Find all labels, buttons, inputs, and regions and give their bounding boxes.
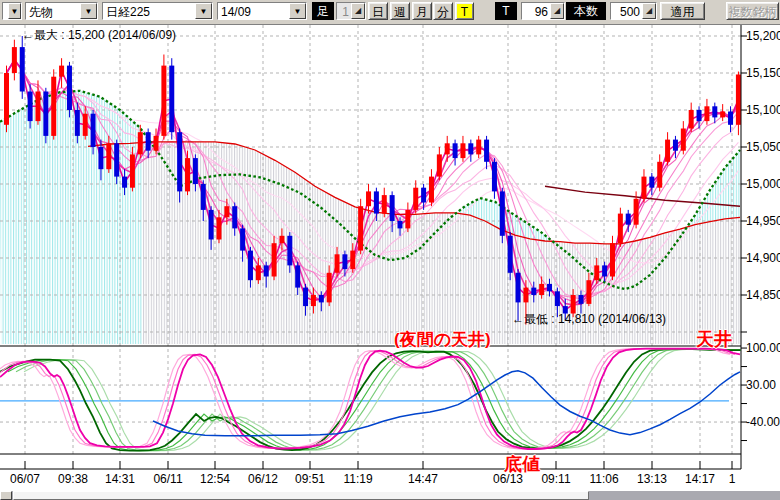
price-axis-label: 15,050 xyxy=(746,140,780,154)
price-axis-label: 14,950 xyxy=(746,214,780,228)
spinner-icon[interactable]: ◢ xyxy=(642,3,656,19)
chart-style-combo[interactable]: ▼ xyxy=(2,2,22,20)
osc-axis-label: -40.00 xyxy=(746,415,780,429)
price-axis-label: 15,000 xyxy=(746,177,780,191)
symbol-combo[interactable]: 日経225 ▼ xyxy=(102,2,213,20)
time-axis-label: 12:54 xyxy=(193,472,237,486)
spinner-icon[interactable]: ◢ xyxy=(550,3,564,19)
chevron-down-icon[interactable]: ▼ xyxy=(80,3,97,19)
chart-canvas xyxy=(0,0,780,500)
osc-axis-label: 30.00 xyxy=(746,378,776,392)
contract-month-value: 14/09 xyxy=(218,3,289,19)
tick-count-spinner[interactable]: 96 ◢ xyxy=(521,2,565,20)
osc-green-line xyxy=(16,349,756,451)
price-axis-label: 14,850 xyxy=(746,288,780,302)
tick-count-value: 96 xyxy=(522,3,550,19)
tick-label: T xyxy=(495,2,517,20)
price-axis-label: 15,150 xyxy=(746,66,780,80)
bar-count-label: 本数 xyxy=(566,2,606,20)
time-axis-label: 09:11 xyxy=(534,472,578,486)
period-month-button[interactable]: 月 xyxy=(412,2,432,20)
night-ceiling-annotation: (夜間の天井) xyxy=(394,328,491,351)
bar-label: 足 xyxy=(312,2,334,20)
bar-count-value: 500 xyxy=(611,3,642,19)
osc-green-line xyxy=(24,349,764,451)
horizontal-scrollbar[interactable] xyxy=(0,491,780,500)
max-price-annotation: ←最大 : 15,200 (2014/06/09) xyxy=(22,27,176,44)
bar-interval-value: 1 xyxy=(337,3,351,19)
instrument-value: 先物 xyxy=(26,3,80,19)
ceiling-annotation: 天井 xyxy=(696,327,732,351)
time-axis-label: 11:19 xyxy=(336,472,380,486)
bar-count-spinner[interactable]: 500 ◢ xyxy=(610,2,657,20)
period-day-button[interactable]: 日 xyxy=(368,2,388,20)
spinner-icon[interactable]: ◢ xyxy=(351,3,365,19)
apply-button[interactable]: 適用 xyxy=(660,2,705,20)
price-axis-label: 15,200 xyxy=(746,29,780,43)
chevron-down-icon[interactable]: ▼ xyxy=(8,3,21,19)
time-axis-label: 1 xyxy=(710,472,754,486)
price-axis-label: 14,900 xyxy=(746,251,780,265)
chart-plot-area[interactable] xyxy=(0,0,780,500)
time-axis-label: 11:06 xyxy=(582,472,626,486)
time-axis-label: 06/07 xyxy=(3,472,47,486)
osc-axis-label: 100.00 xyxy=(746,341,780,355)
time-axis-label: 14:47 xyxy=(401,472,445,486)
chart-application-window: ▼ 先物 ▼ 日経225 ▼ 14/09 ▼ 足 1 ◢ 日 週 月 分 T T… xyxy=(0,0,780,500)
period-minute-button[interactable]: 分 xyxy=(433,2,453,20)
oscillator-panel xyxy=(0,349,764,451)
period-tick-button[interactable]: T xyxy=(455,2,474,20)
time-axis-label: 09:38 xyxy=(51,472,95,486)
price-axis-label: 15,100 xyxy=(746,103,780,117)
instrument-combo[interactable]: 先物 ▼ xyxy=(25,2,98,20)
time-axis-label: 13:13 xyxy=(630,472,674,486)
time-axis-label: 06/12 xyxy=(241,472,285,486)
bottom-price-annotation: 底値 xyxy=(504,452,540,476)
contract-month-combo[interactable]: 14/09 ▼ xyxy=(217,2,307,20)
time-axis-label: 06/11 xyxy=(146,472,190,486)
symbol-value: 日経225 xyxy=(103,3,195,19)
scrollbar-left-button[interactable] xyxy=(0,491,12,500)
chevron-down-icon[interactable]: ▼ xyxy=(195,3,212,19)
period-week-button[interactable]: 週 xyxy=(390,2,410,20)
min-price-annotation: ←最低 : 14,810 (2014/06/13) xyxy=(512,311,666,328)
scrollbar-thumb[interactable] xyxy=(13,491,589,500)
time-axis-label: 14:31 xyxy=(98,472,142,486)
chevron-down-icon[interactable]: ▼ xyxy=(289,3,306,19)
bar-interval-spinner[interactable]: 1 ◢ xyxy=(336,2,366,20)
toolbar: ▼ 先物 ▼ 日経225 ▼ 14/09 ▼ 足 1 ◢ 日 週 月 分 T T… xyxy=(0,0,780,25)
multi-symbol-button[interactable]: 複数銘柄 xyxy=(726,2,779,20)
time-axis-label: 09:51 xyxy=(288,472,332,486)
